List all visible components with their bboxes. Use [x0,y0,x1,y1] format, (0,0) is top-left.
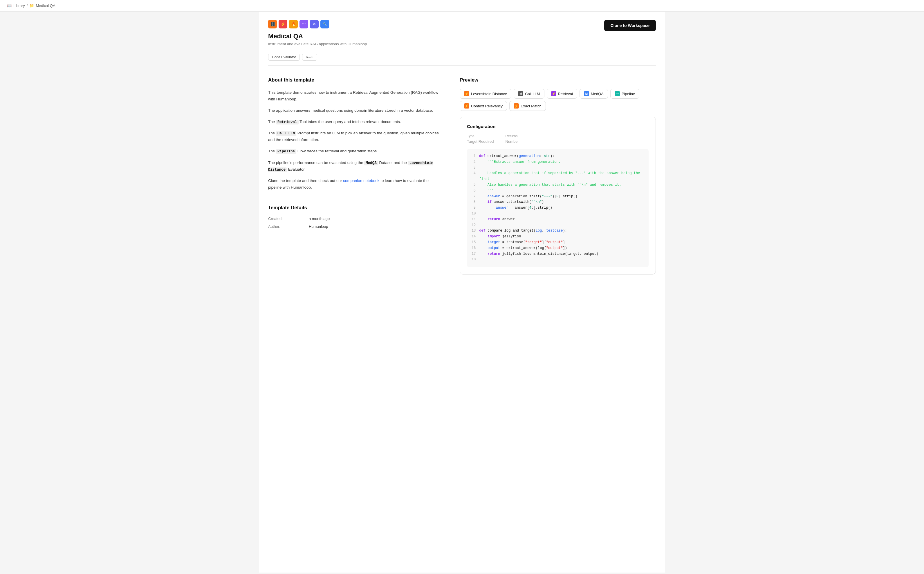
about-para-1: This template demonstrates how to instru… [268,89,442,103]
config-type-value: Target Required [467,139,494,144]
breadcrumb-book-icon: 📖 [7,3,12,8]
code-line-10: 10 [471,211,644,217]
code-block: 1 def extract_answer(generation: str): 2… [467,149,649,267]
retrieval-code: Retrieval [276,120,299,125]
tab-exact-match-label: Exact Match [520,104,541,108]
tag-rag: RAG [302,54,317,61]
code-line-9: 9 answer = answer[4:].strip() [471,205,644,211]
code-line-5: 5 Also handles a generation that starts … [471,182,644,188]
config-returns-value: Number [506,139,519,144]
author-label: Author: [268,224,309,229]
tab-call-llm-icon: M [518,91,523,96]
breadcrumb-separator: / [27,3,28,8]
template-details-section: Template Details Created: a month ago Au… [268,205,442,229]
icon-4: 〰 [300,20,308,28]
code-line-3: 3 [471,165,644,171]
tab-call-llm-label: Call LLM [525,92,540,96]
tag-code-evaluator: Code Evaluator [268,54,300,61]
code-line-18: 18 [471,257,644,263]
template-details-title: Template Details [268,205,442,211]
about-para-7: Clone the template and then check out ou… [268,178,442,191]
tab-pipeline[interactable]: 〰 Pipeline [610,89,639,99]
tab-context-relevancy-label: Context Relevancy [471,104,503,108]
tab-pipeline-icon: 〰 [615,91,620,96]
page-title: Medical QA [268,33,368,40]
tab-context-relevancy-icon: ⚡ [464,103,469,109]
config-returns-label: Returns [506,134,519,138]
icon-1: 🗄️ [268,20,277,28]
breadcrumb-current: Medical QA [36,3,55,8]
code-line-17: 17 return jellyfish.levenshtein_distance… [471,251,644,257]
page-subtitle: Instrument and evaluate RAG applications… [268,42,368,46]
config-title: Configuration [467,124,649,129]
tab-medqa-label: MedQA [591,92,604,96]
code-line-7: 7 answer = generation.split("---")[0].st… [471,194,644,200]
tab-medqa[interactable]: M MedQA [580,89,608,99]
code-line-11: 11 return answer [471,217,644,222]
code-line-16: 16 output = extract_answer(log["output"]… [471,246,644,251]
tab-exact-match[interactable]: ⚡ Exact Match [509,101,546,111]
about-para-6: The pipeline's performance can be evalua… [268,159,442,173]
icon-row: 🗄️ ⚡ 🔥 〰 ✕ 🔧 [268,20,368,28]
tab-pipeline-label: Pipeline [621,92,635,96]
levenshtein-code: Levenshtein Distance [268,161,433,172]
created-value: a month ago [309,216,330,221]
clone-to-workspace-button[interactable]: Clone to Workspace [604,20,656,32]
icon-2: ⚡ [279,20,287,28]
code-line-8: 8 if answer.startswith("`\n"): [471,199,644,205]
tab-levenshtein-distance[interactable]: ⚡ Levenshtein Distance [460,89,511,99]
tab-call-llm[interactable]: M Call LLM [514,89,544,99]
code-line-13: 13 def compare_log_and_target(log, testc… [471,228,644,234]
config-returns: Returns Number [506,134,519,144]
breadcrumb: 📖 Library / 📁 Medical QA [0,0,924,12]
config-type: Type Target Required [467,134,494,144]
icon-3: 🔥 [289,20,298,28]
tab-context-relevancy[interactable]: ⚡ Context Relevancy [460,101,507,111]
code-line-6: 6 """ [471,188,644,194]
medqa-code: MedQA [364,161,378,166]
header-left: 🗄️ ⚡ 🔥 〰 ✕ 🔧 Medical QA Instrument and e… [268,20,368,46]
created-label: Created: [268,216,309,221]
about-para-4: The Call LLM Prompt instructs an LLM to … [268,130,442,144]
preview-title: Preview [460,77,656,83]
code-line-12: 12 [471,222,644,229]
icon-5: ✕ [310,20,319,28]
config-rows: Type Target Required Returns Number [467,134,649,144]
about-para-3: The Retrieval Tool takes the user query … [268,119,442,125]
breadcrumb-folder-icon: 📁 [29,3,34,8]
page-header: 🗄️ ⚡ 🔥 〰 ✕ 🔧 Medical QA Instrument and e… [268,12,656,51]
tab-exact-match-icon: ⚡ [514,103,519,109]
preview-tabs: ⚡ Levenshtein Distance M Call LLM ⚡ Retr… [460,89,656,111]
companion-notebook-link[interactable]: companion notebook [343,178,379,183]
detail-created: Created: a month ago [268,216,442,221]
config-type-label: Type [467,134,494,138]
call-llm-code: Call LLM [276,131,296,136]
author-value: Humanloop [309,224,328,229]
code-line-14: 14 import jellyfish [471,234,644,240]
icon-6: 🔧 [320,20,329,28]
tab-retrieval-label: Retrieval [558,92,573,96]
about-para-5: The Pipeline Flow traces the retrieval a… [268,148,442,155]
breadcrumb-library[interactable]: Library [13,3,25,8]
code-line-1: 1 def extract_answer(generation: str): [471,153,644,159]
detail-author: Author: Humanloop [268,224,442,229]
code-line-4: 4 Handles a generation that if separated… [471,170,644,182]
about-title: About this template [268,77,442,83]
code-line-2: 2 """Extracts answer from generation. [471,159,644,165]
tab-medqa-icon: M [584,91,589,96]
pipeline-code: Pipeline [276,149,296,154]
tab-levenshtein-label: Levenshtein Distance [471,92,507,96]
config-card: Configuration Type Target Required Retur… [460,117,656,274]
code-line-15: 15 target = testcase["target"]["output"] [471,240,644,246]
tab-retrieval-icon: ⚡ [551,91,556,96]
right-column: Preview ⚡ Levenshtein Distance M Call LL… [460,77,656,274]
tab-retrieval[interactable]: ⚡ Retrieval [547,89,577,99]
main-content: About this template This template demons… [268,66,656,286]
tab-levenshtein-icon: ⚡ [464,91,469,96]
about-para-2: The application answers medical question… [268,107,442,114]
tags-row: Code Evaluator RAG [268,51,656,65]
left-column: About this template This template demons… [268,77,442,274]
